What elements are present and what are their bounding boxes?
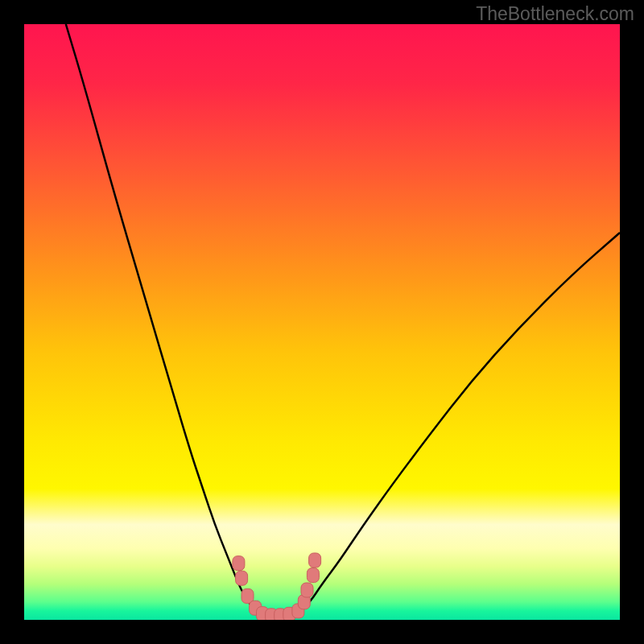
- data-point-marker: [307, 568, 319, 583]
- data-point-marker: [233, 556, 245, 571]
- bottleneck-curve: [66, 24, 620, 617]
- data-point-marker: [301, 583, 313, 597]
- data-point-marker: [309, 553, 321, 568]
- plot-area: [24, 24, 620, 620]
- data-point-marker: [236, 571, 248, 585]
- curve-group: [66, 24, 620, 617]
- marker-group: [233, 553, 321, 620]
- chart-svg: [24, 24, 620, 620]
- watermark-text: TheBottleneck.com: [476, 3, 634, 25]
- chart-frame: TheBottleneck.com: [0, 0, 644, 644]
